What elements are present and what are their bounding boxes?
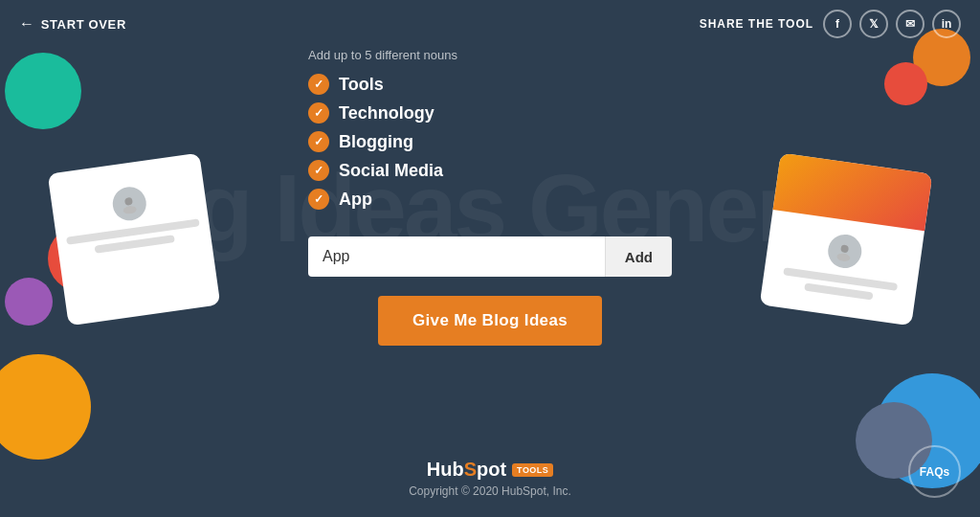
noun-label-2: Technology bbox=[339, 103, 434, 124]
noun-label-5: App bbox=[339, 190, 372, 210]
decorative-circle-teal-left bbox=[5, 53, 81, 129]
hubspot-logo: HubSpot TOOLS bbox=[0, 459, 980, 481]
copyright-text: Copyright © 2020 HubSpot, Inc. bbox=[0, 484, 980, 498]
decorative-circle-purple-left bbox=[5, 278, 53, 326]
check-icon-4 bbox=[308, 160, 329, 181]
check-icon-3 bbox=[308, 131, 329, 152]
svg-point-2 bbox=[840, 244, 849, 253]
card-avatar-right bbox=[825, 233, 863, 271]
list-item: Blogging bbox=[308, 131, 443, 152]
svg-point-1 bbox=[122, 205, 137, 214]
share-label: SHARE THE TOOL bbox=[700, 17, 813, 31]
add-button[interactable]: Add bbox=[605, 236, 672, 277]
noun-input[interactable] bbox=[308, 236, 605, 277]
linkedin-icon[interactable]: in bbox=[932, 10, 961, 38]
noun-label-1: Tools bbox=[339, 75, 384, 95]
check-icon-5 bbox=[308, 189, 329, 210]
facebook-icon[interactable]: f bbox=[823, 10, 852, 38]
start-over-label: START OVER bbox=[41, 17, 126, 32]
input-row: Add bbox=[308, 236, 672, 277]
noun-label-4: Social Media bbox=[339, 161, 443, 181]
list-item: Social Media bbox=[308, 160, 443, 181]
list-item: Technology bbox=[308, 102, 443, 124]
main-content: Add up to 5 different nouns Tools Techno… bbox=[308, 48, 672, 346]
card-avatar-left bbox=[110, 185, 148, 223]
svg-point-3 bbox=[836, 252, 851, 261]
header: ← START OVER SHARE THE TOOL f 𝕏 ✉ in bbox=[0, 0, 980, 48]
list-item: Tools bbox=[308, 74, 443, 95]
decorative-card-right bbox=[760, 153, 933, 326]
list-item: App bbox=[308, 189, 443, 210]
noun-label-3: Blogging bbox=[339, 132, 413, 152]
instruction-text: Add up to 5 different nouns bbox=[308, 48, 457, 62]
arrow-left-icon: ← bbox=[19, 15, 35, 33]
cta-container: Give Me Blog Ideas bbox=[308, 296, 672, 346]
social-icons: f 𝕏 ✉ in bbox=[823, 10, 961, 38]
tools-badge: TOOLS bbox=[512, 463, 553, 477]
share-section: SHARE THE TOOL f 𝕏 ✉ in bbox=[700, 10, 961, 38]
hubspot-brand-text: HubSpot bbox=[427, 459, 506, 481]
decorative-circle-orange-left bbox=[0, 354, 91, 460]
check-icon-2 bbox=[308, 102, 329, 124]
svg-point-0 bbox=[124, 196, 133, 205]
twitter-icon[interactable]: 𝕏 bbox=[859, 10, 888, 38]
give-me-ideas-button[interactable]: Give Me Blog Ideas bbox=[378, 296, 602, 346]
noun-list: Tools Technology Blogging Social Media A… bbox=[308, 74, 443, 217]
faqs-button[interactable]: FAQs bbox=[908, 445, 961, 498]
check-icon-1 bbox=[308, 74, 329, 95]
start-over-button[interactable]: ← START OVER bbox=[19, 15, 126, 33]
footer: HubSpot TOOLS Copyright © 2020 HubSpot, … bbox=[0, 459, 980, 498]
decorative-card-left bbox=[48, 153, 221, 326]
hubspot-dot: S bbox=[464, 459, 477, 480]
decorative-circle-red-right bbox=[884, 62, 927, 105]
email-icon[interactable]: ✉ bbox=[896, 10, 924, 38]
